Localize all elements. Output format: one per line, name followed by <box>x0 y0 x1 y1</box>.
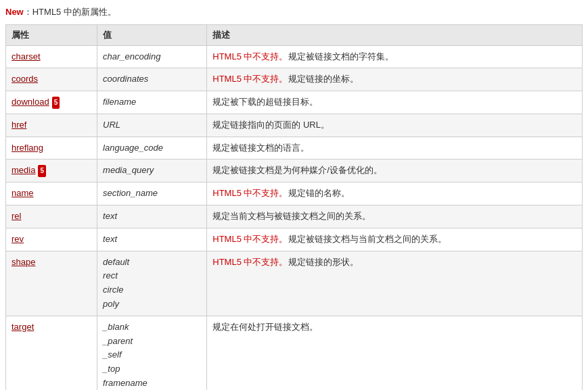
col-header-desc: 描述 <box>207 24 583 45</box>
table-header-row: 属性 值 描述 <box>6 24 583 45</box>
table-row: reltext规定当前文档与被链接文档之间的关系。 <box>6 205 583 228</box>
attr-link[interactable]: name <box>12 188 34 198</box>
not-supported-label: HTML5 中不支持。 <box>212 257 288 267</box>
value-cell: filename <box>97 91 207 114</box>
value-cell: char_encoding <box>97 45 207 68</box>
value-cell: defaultrectcirclepoly <box>97 251 207 316</box>
table-row: download5filename规定被下载的超链接目标。 <box>6 91 583 114</box>
attr-link[interactable]: shape <box>12 257 35 267</box>
not-supported-label: HTML5 中不支持。 <box>212 188 288 198</box>
col-header-attr: 属性 <box>6 24 97 45</box>
attr-cell: target <box>6 316 97 390</box>
attr-link[interactable]: rev <box>12 234 24 244</box>
desc-cell: HTML5 中不支持。规定被链接文档与当前文档之间的关系。 <box>207 228 583 251</box>
value-cell: text <box>97 228 207 251</box>
attr-link[interactable]: href <box>12 120 26 130</box>
attr-link[interactable]: charset <box>12 51 41 62</box>
attr-cell: hreflang <box>6 137 97 160</box>
header-description: ：HTML5 中的新属性。 <box>24 7 116 17</box>
table-row: coordscoordinatesHTML5 中不支持。规定链接的坐标。 <box>6 68 583 91</box>
html5-badge: 5 <box>52 97 60 109</box>
attr-cell: charset <box>6 45 97 68</box>
not-supported-label: HTML5 中不支持。 <box>212 51 288 62</box>
desc-cell: HTML5 中不支持。规定锚的名称。 <box>207 182 583 205</box>
attributes-table: 属性 值 描述 charsetchar_encodingHTML5 中不支持。规… <box>5 24 583 391</box>
not-supported-label: HTML5 中不支持。 <box>212 74 288 84</box>
attr-link[interactable]: media <box>12 165 35 175</box>
header-note: New：HTML5 中的新属性。 <box>5 5 583 19</box>
attr-cell: href <box>6 114 97 137</box>
attr-cell: rel <box>6 205 97 228</box>
attr-cell: media5 <box>6 160 97 182</box>
new-badge: New <box>5 7 24 17</box>
desc-cell: 规定被链接文档的语言。 <box>207 137 583 160</box>
table-row: target_blank_parent_self_topframename规定在… <box>6 316 583 390</box>
desc-cell: 规定在何处打开链接文档。 <box>207 316 583 390</box>
attr-link[interactable]: download <box>12 97 49 107</box>
desc-cell: 规定当前文档与被链接文档之间的关系。 <box>207 205 583 228</box>
table-row: media5media_query规定被链接文档是为何种媒介/设备优化的。 <box>6 160 583 182</box>
value-cell: URL <box>97 114 207 137</box>
table-row: revtextHTML5 中不支持。规定被链接文档与当前文档之间的关系。 <box>6 228 583 251</box>
table-row: hrefURL规定链接指向的页面的 URL。 <box>6 114 583 137</box>
value-cell: coordinates <box>97 68 207 91</box>
table-row: hreflanglanguage_code规定被链接文档的语言。 <box>6 137 583 160</box>
table-row: charsetchar_encodingHTML5 中不支持。规定被链接文档的字… <box>6 45 583 68</box>
table-row: namesection_nameHTML5 中不支持。规定锚的名称。 <box>6 182 583 205</box>
desc-cell: 规定链接指向的页面的 URL。 <box>207 114 583 137</box>
desc-cell: 规定被链接文档是为何种媒介/设备优化的。 <box>207 160 583 182</box>
attr-link[interactable]: coords <box>12 74 38 84</box>
desc-cell: HTML5 中不支持。规定链接的形状。 <box>207 251 583 316</box>
value-cell: language_code <box>97 137 207 160</box>
value-cell: text <box>97 205 207 228</box>
desc-cell: 规定被下载的超链接目标。 <box>207 91 583 114</box>
attr-cell: shape <box>6 251 97 316</box>
attr-link[interactable]: target <box>12 322 34 332</box>
attr-cell: download5 <box>6 91 97 114</box>
html5-badge: 5 <box>38 165 46 177</box>
table-row: shapedefaultrectcirclepolyHTML5 中不支持。规定链… <box>6 251 583 316</box>
attr-cell: rev <box>6 228 97 251</box>
attr-link[interactable]: hreflang <box>12 143 43 153</box>
attr-link[interactable]: rel <box>12 211 21 221</box>
value-cell: section_name <box>97 182 207 205</box>
not-supported-label: HTML5 中不支持。 <box>212 234 288 244</box>
col-header-value: 值 <box>97 24 207 45</box>
desc-cell: HTML5 中不支持。规定链接的坐标。 <box>207 68 583 91</box>
value-cell: media_query <box>97 160 207 182</box>
value-cell: _blank_parent_self_topframename <box>97 316 207 390</box>
attr-cell: name <box>6 182 97 205</box>
attr-cell: coords <box>6 68 97 91</box>
desc-cell: HTML5 中不支持。规定被链接文档的字符集。 <box>207 45 583 68</box>
